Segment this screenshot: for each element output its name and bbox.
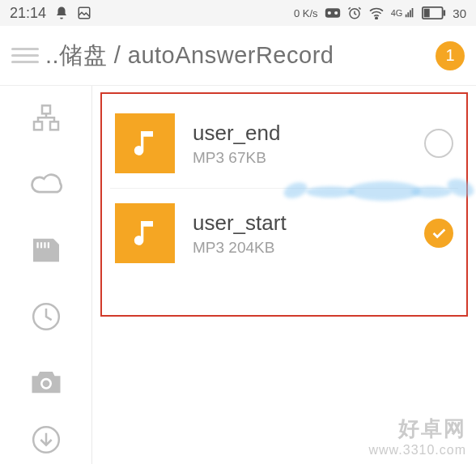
sidebar-item-camera[interactable] (0, 349, 91, 415)
app-header: ..储盘 / autoAnswerRecord 1 (0, 26, 476, 86)
svg-rect-7 (444, 10, 446, 15)
music-file-icon (115, 113, 175, 173)
svg-rect-11 (50, 121, 58, 130)
battery-text: 30 (453, 6, 466, 20)
main-area: user_end MP3 67KB user_start MP3 204KB (0, 86, 476, 464)
signal-4g: 4G (391, 7, 416, 19)
status-time: 21:14 (10, 5, 46, 22)
vr-icon (325, 7, 341, 19)
sidebar-item-cloud[interactable] (0, 151, 91, 217)
file-name: user_end (193, 121, 424, 146)
breadcrumb[interactable]: ..储盘 / autoAnswerRecord (45, 40, 427, 72)
wifi-icon (368, 6, 385, 19)
image-icon (77, 6, 91, 20)
notification-bell-icon (54, 6, 69, 20)
music-file-icon (115, 203, 175, 263)
svg-rect-14 (44, 242, 45, 248)
data-rate: 0 K/s (294, 7, 318, 19)
alarm-icon (347, 6, 362, 20)
select-checkbox-checked[interactable] (424, 219, 453, 248)
file-name: user_start (193, 211, 424, 236)
file-meta: MP3 67KB (193, 149, 424, 167)
svg-rect-1 (325, 8, 339, 18)
sidebar-item-category[interactable] (0, 86, 91, 151)
file-row[interactable]: user_end MP3 67KB (110, 99, 458, 188)
svg-rect-13 (40, 242, 41, 248)
svg-point-18 (42, 380, 49, 387)
battery-icon (422, 6, 446, 19)
svg-point-5 (375, 17, 376, 19)
watermark-smudge (298, 178, 468, 206)
file-list-panel: user_end MP3 67KB user_start MP3 204KB (92, 86, 476, 464)
svg-rect-10 (34, 121, 42, 130)
svg-point-3 (334, 11, 338, 15)
status-bar: 21:14 0 K/s 4G 30 (0, 0, 476, 26)
watermark: 好卓网 www.3310.com (369, 415, 467, 458)
sidebar-item-download[interactable] (0, 415, 91, 464)
svg-rect-8 (424, 9, 430, 18)
sidebar-item-recent[interactable] (0, 283, 91, 349)
svg-rect-15 (47, 242, 49, 248)
select-checkbox[interactable] (424, 129, 453, 158)
svg-rect-9 (42, 105, 50, 113)
selection-count-badge[interactable]: 1 (436, 41, 465, 70)
watermark-url: www.3310.com (369, 443, 467, 458)
sidebar-item-storage[interactable] (0, 218, 91, 283)
svg-point-2 (327, 11, 330, 15)
watermark-title: 好卓网 (369, 415, 467, 443)
sidebar (0, 86, 92, 464)
menu-button[interactable] (11, 42, 39, 70)
svg-rect-12 (36, 242, 38, 248)
file-meta: MP3 204KB (193, 239, 424, 257)
